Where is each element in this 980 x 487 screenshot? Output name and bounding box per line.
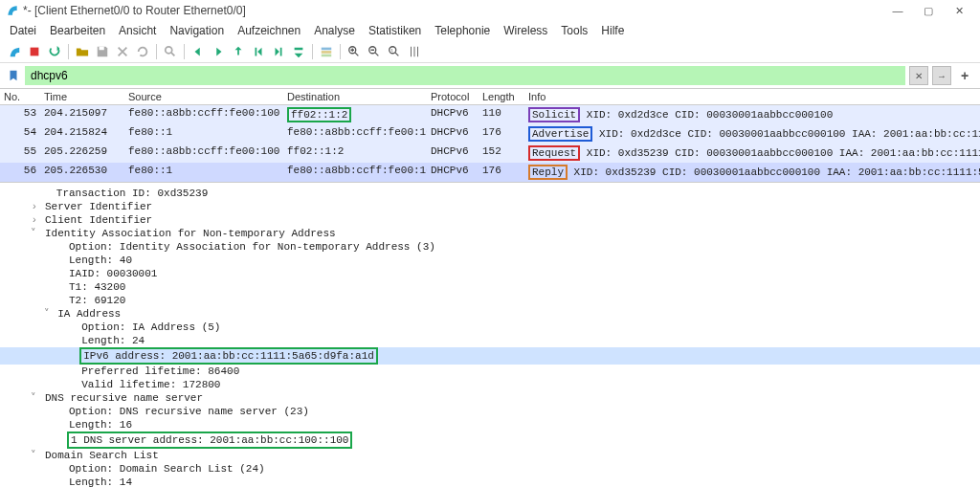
detail-line[interactable]: ˅ Domain Search List bbox=[0, 449, 980, 462]
menu-bearbeiten[interactable]: Bearbeiten bbox=[44, 22, 111, 39]
cell: 55 bbox=[0, 144, 40, 163]
detail-line[interactable]: Option: Domain Search List (24) bbox=[0, 462, 980, 476]
cell: DHCPv6 bbox=[427, 105, 479, 124]
detail-line[interactable]: T2: 69120 bbox=[0, 294, 980, 307]
detail-line[interactable]: IAID: 00030001 bbox=[0, 267, 980, 280]
detail-line[interactable]: Length: 14 bbox=[0, 476, 980, 487]
menu-datei[interactable]: Datei bbox=[4, 22, 42, 39]
detail-line[interactable]: Length: 40 bbox=[0, 254, 980, 267]
detail-line[interactable]: Length: 24 bbox=[0, 334, 980, 347]
col-header[interactable]: Length bbox=[479, 89, 524, 104]
bookmark-filter-icon[interactable] bbox=[6, 68, 21, 83]
cell: 204.215824 bbox=[40, 124, 124, 144]
cell: fe80::a8bb:ccff:fe00:100 bbox=[124, 105, 283, 124]
menu-navigation[interactable]: Navigation bbox=[164, 22, 230, 39]
detail-line[interactable]: ˅ IA Address bbox=[0, 307, 980, 321]
toolbar: 1 bbox=[0, 40, 980, 63]
packet-details[interactable]: Transaction ID: 0xd35239 › Server Identi… bbox=[0, 183, 980, 487]
detail-line[interactable]: Option: Identity Association for Non-tem… bbox=[0, 240, 980, 254]
open-file-icon[interactable] bbox=[74, 43, 91, 60]
detail-line[interactable]: 1 DNS server address: 2001:aa:bb:cc:100:… bbox=[0, 432, 980, 449]
cell: Solicit XID: 0xd2d3ce CID: 00030001aabbc… bbox=[524, 105, 980, 124]
close-button[interactable]: ✕ bbox=[944, 0, 974, 21]
minimize-button[interactable]: — bbox=[882, 0, 913, 21]
cell: fe80::a8bb:ccff:fe00:100 bbox=[124, 144, 283, 163]
col-header[interactable]: Time bbox=[40, 89, 124, 104]
go-last-icon[interactable] bbox=[270, 43, 287, 60]
menu-hilfe[interactable]: Hilfe bbox=[595, 22, 630, 39]
maximize-button[interactable]: ▢ bbox=[913, 0, 944, 21]
detail-line[interactable]: Preferred lifetime: 86400 bbox=[0, 365, 980, 378]
cell: 176 bbox=[479, 124, 524, 144]
col-header[interactable]: Protocol bbox=[427, 89, 479, 104]
detail-line[interactable]: Valid lifetime: 172800 bbox=[0, 378, 980, 391]
detail-line[interactable]: T1: 43200 bbox=[0, 280, 980, 294]
detail-line[interactable]: Option: DNS recursive name server (23) bbox=[0, 405, 980, 418]
cell: fe80::1 bbox=[124, 163, 283, 182]
svg-rect-3 bbox=[322, 47, 332, 50]
cell: Reply XID: 0xd35239 CID: 00030001aabbcc0… bbox=[524, 163, 980, 182]
detail-line[interactable]: Transaction ID: 0xd35239 bbox=[0, 187, 980, 200]
detail-line[interactable]: Length: 16 bbox=[0, 418, 980, 432]
cell: 152 bbox=[479, 144, 524, 163]
coloring-icon[interactable] bbox=[318, 43, 335, 60]
add-filter-button[interactable]: + bbox=[955, 66, 974, 85]
close-file-icon[interactable] bbox=[114, 43, 131, 60]
col-header[interactable]: Info bbox=[524, 89, 980, 104]
packet-row[interactable]: 54204.215824fe80::1fe80::a8bb:ccff:fe00:… bbox=[0, 124, 980, 144]
window-title: *- [Client Ethernet0/0 to Router Etherne… bbox=[23, 4, 882, 17]
packet-row[interactable]: 56205.226530fe80::1fe80::a8bb:ccff:fe00:… bbox=[0, 163, 980, 182]
packet-list-header: No.TimeSourceDestinationProtocolLengthIn… bbox=[0, 89, 980, 105]
packet-row[interactable]: 55205.226259fe80::a8bb:ccff:fe00:100ff02… bbox=[0, 144, 980, 163]
detail-line[interactable]: ˅ DNS recursive name server bbox=[0, 391, 980, 405]
save-file-icon[interactable] bbox=[94, 43, 111, 60]
cell: ff02::1:2 bbox=[283, 105, 427, 124]
col-header[interactable]: No. bbox=[0, 89, 40, 104]
autoscroll-icon[interactable] bbox=[290, 43, 307, 60]
menu-aufzeichnen[interactable]: Aufzeichnen bbox=[232, 22, 306, 39]
cell: 205.226259 bbox=[40, 144, 124, 163]
apply-filter-button[interactable]: → bbox=[932, 66, 951, 85]
stop-capture-icon[interactable] bbox=[26, 43, 43, 60]
cell: Advertise XID: 0xd2d3ce CID: 00030001aab… bbox=[524, 124, 980, 144]
find-icon[interactable] bbox=[162, 43, 179, 60]
cell: DHCPv6 bbox=[427, 124, 479, 144]
start-capture-icon[interactable] bbox=[6, 43, 23, 60]
packet-list[interactable]: No.TimeSourceDestinationProtocolLengthIn… bbox=[0, 88, 980, 183]
col-header[interactable]: Source bbox=[124, 89, 283, 104]
display-filter-input[interactable] bbox=[25, 66, 905, 85]
cell: ff02::1:2 bbox=[283, 144, 427, 163]
svg-rect-5 bbox=[322, 54, 332, 56]
svg-rect-0 bbox=[31, 47, 39, 55]
go-first-icon[interactable] bbox=[250, 43, 267, 60]
detail-line[interactable]: › Server Identifier bbox=[0, 200, 980, 213]
packet-row[interactable]: 53204.215097fe80::a8bb:ccff:fe00:100ff02… bbox=[0, 105, 980, 124]
cell: 54 bbox=[0, 124, 40, 144]
go-back-icon[interactable] bbox=[189, 43, 207, 60]
svg-rect-4 bbox=[322, 51, 332, 54]
detail-line[interactable]: IPv6 address: 2001:aa:bb:cc:1111:5a65:d9… bbox=[0, 347, 980, 365]
zoom-reset-icon[interactable]: 1 bbox=[386, 43, 403, 60]
menu-ansicht[interactable]: Ansicht bbox=[113, 22, 162, 39]
restart-capture-icon[interactable] bbox=[46, 43, 63, 60]
cell: fe80::a8bb:ccff:fe00:100 bbox=[283, 124, 427, 144]
reload-icon[interactable] bbox=[134, 43, 151, 60]
detail-line[interactable]: ˅ Identity Association for Non-temporary… bbox=[0, 227, 980, 240]
jump-icon[interactable] bbox=[230, 43, 247, 60]
menu-wireless[interactable]: Wireless bbox=[498, 22, 553, 39]
resize-cols-icon[interactable] bbox=[406, 43, 423, 60]
menu-telephonie[interactable]: Telephonie bbox=[429, 22, 496, 39]
cell: Request XID: 0xd35239 CID: 00030001aabbc… bbox=[524, 144, 980, 163]
menu-analyse[interactable]: Analyse bbox=[308, 22, 361, 39]
go-forward-icon[interactable] bbox=[210, 43, 227, 60]
cell: DHCPv6 bbox=[427, 144, 479, 163]
menu-tools[interactable]: Tools bbox=[555, 22, 593, 39]
cell: 53 bbox=[0, 105, 40, 124]
detail-line[interactable]: › Client Identifier bbox=[0, 213, 980, 227]
detail-line[interactable]: Option: IA Address (5) bbox=[0, 321, 980, 334]
clear-filter-button[interactable]: ✕ bbox=[909, 66, 928, 85]
zoom-in-icon[interactable] bbox=[345, 43, 363, 60]
menu-statistiken[interactable]: Statistiken bbox=[363, 22, 427, 39]
col-header[interactable]: Destination bbox=[283, 89, 427, 104]
zoom-out-icon[interactable] bbox=[366, 43, 383, 60]
